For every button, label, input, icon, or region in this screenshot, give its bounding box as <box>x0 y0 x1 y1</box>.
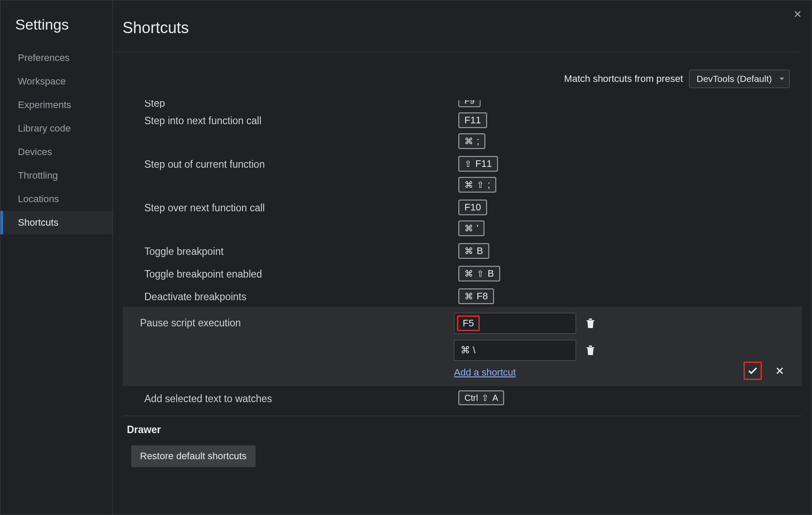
keycap[interactable]: ⌘⇧B <box>458 266 500 281</box>
add-shortcut-link[interactable]: Add a shortcut <box>454 367 516 378</box>
delete-shortcut-button[interactable] <box>585 317 596 330</box>
sidebar: Settings Preferences Workspace Experimen… <box>0 0 113 515</box>
keycaps: F10 ⌘' <box>458 198 487 236</box>
shortcut-label: Add selected text to watches <box>144 389 458 405</box>
sidebar-item-shortcuts[interactable]: Shortcuts <box>0 211 113 234</box>
shortcut-label: Toggle breakpoint enabled <box>144 264 458 280</box>
shortcut-input-key: ⌘ \ <box>457 344 479 357</box>
sidebar-item-library-code[interactable]: Library code <box>0 117 113 140</box>
preset-label: Match shortcuts from preset <box>564 73 683 85</box>
shortcut-row-step-out: Step out of current function ⇧F11 ⌘⇧; <box>123 152 802 195</box>
edit-line-2: ⌘ \ <box>454 340 796 361</box>
shortcut-row-step-truncated: Step F9 <box>123 100 802 108</box>
shortcut-row-add-to-watches: Add selected text to watches Ctrl⇧A <box>123 386 802 408</box>
shortcut-label: Toggle breakpoint <box>144 241 458 258</box>
shortcut-row-toggle-breakpoint-enabled: Toggle breakpoint enabled ⌘⇧B <box>123 261 802 284</box>
sidebar-item-workspace[interactable]: Workspace <box>0 70 113 93</box>
keycaps: Ctrl⇧A <box>458 389 504 405</box>
keycaps: ⌘⇧B <box>458 264 500 281</box>
keycap[interactable]: ⌘⇧; <box>458 177 496 193</box>
keycap[interactable]: F10 <box>458 200 487 215</box>
trash-icon <box>585 317 596 329</box>
trash-icon <box>585 344 596 356</box>
sidebar-item-locations[interactable]: Locations <box>0 187 113 211</box>
shortcut-row-pause-script-editing: Pause script execution F5 ⌘ \ <box>123 307 802 386</box>
shortcut-label: Step over next function call <box>144 198 458 214</box>
shortcut-row-toggle-breakpoint: Toggle breakpoint ⌘B <box>123 239 802 261</box>
shortcuts-scroll-area[interactable]: Step F9 Step into next function call F11… <box>113 100 812 491</box>
shortcut-label: Step into next function call <box>144 111 458 127</box>
confirm-area <box>744 362 789 380</box>
shortcut-row-step-over: Step over next function call F10 ⌘' <box>123 195 802 239</box>
keycaps: F11 ⌘; <box>458 111 487 149</box>
close-icon[interactable]: ✕ <box>793 8 802 20</box>
cancel-button[interactable] <box>771 362 789 380</box>
keycap[interactable]: ⌘; <box>458 133 485 149</box>
delete-shortcut-button[interactable] <box>585 344 596 357</box>
sidebar-title: Settings <box>0 13 113 46</box>
check-icon <box>747 365 758 376</box>
keycap[interactable]: F11 <box>458 112 487 128</box>
sidebar-item-throttling[interactable]: Throttling <box>0 164 113 187</box>
edit-line-1: F5 <box>454 313 796 334</box>
restore-defaults-button[interactable]: Restore default shortcuts <box>131 445 256 467</box>
shortcut-row-deactivate-breakpoints: Deactivate breakpoints ⌘F8 <box>123 284 802 307</box>
preset-select[interactable]: DevTools (Default) <box>689 70 790 88</box>
settings-app: Settings Preferences Workspace Experimen… <box>0 0 812 515</box>
preset-bar: Match shortcuts from preset DevTools (De… <box>113 52 812 100</box>
keycaps: ⌘F8 <box>458 287 494 304</box>
shortcut-input-key: F5 <box>457 315 480 331</box>
confirm-button[interactable] <box>744 362 762 380</box>
shortcut-input-2[interactable]: ⌘ \ <box>454 340 576 361</box>
shortcut-label: Pause script execution <box>140 313 454 378</box>
main-content: ✕ Shortcuts Match shortcuts from preset … <box>113 0 812 515</box>
keycaps: ⌘B <box>458 241 489 259</box>
keycap[interactable]: ⌘F8 <box>458 288 494 304</box>
close-icon <box>775 366 785 376</box>
keycaps: ⇧F11 ⌘⇧; <box>458 154 498 193</box>
section-header-drawer: Drawer <box>123 416 802 444</box>
shortcut-row-step-into: Step into next function call F11 ⌘; <box>123 108 802 152</box>
keycap[interactable]: Ctrl⇧A <box>458 390 504 405</box>
keycap[interactable]: ⇧F11 <box>458 156 498 172</box>
preset-select-value: DevTools (Default) <box>696 74 772 84</box>
sidebar-item-experiments[interactable]: Experiments <box>0 93 113 117</box>
sidebar-item-devices[interactable]: Devices <box>0 140 113 164</box>
shortcut-input-1[interactable]: F5 <box>454 313 576 334</box>
keycap[interactable]: ⌘B <box>458 243 489 259</box>
shortcut-label: Step <box>144 100 458 105</box>
sidebar-item-preferences[interactable]: Preferences <box>0 46 113 70</box>
shortcut-label: Step out of current function <box>144 154 458 170</box>
keycap: F9 <box>458 100 481 107</box>
page-title: Shortcuts <box>123 19 801 37</box>
shortcut-label: Deactivate breakpoints <box>144 287 458 303</box>
keycap[interactable]: ⌘' <box>458 220 484 236</box>
page-header: Shortcuts <box>113 0 801 52</box>
